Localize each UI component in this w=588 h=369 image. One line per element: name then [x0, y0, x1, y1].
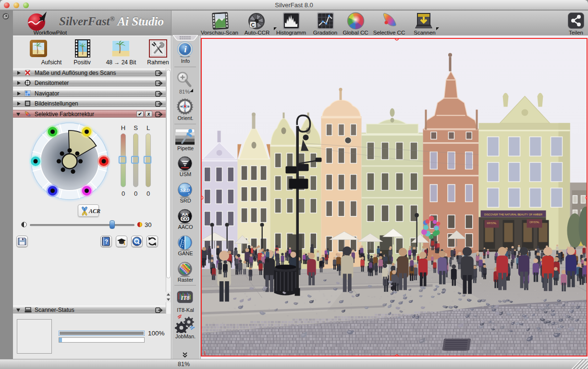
svg-text:IT8: IT8 [181, 295, 190, 301]
svg-text:CO: CO [182, 216, 188, 221]
svg-text:M: M [180, 105, 183, 108]
svg-text:?: ? [105, 238, 108, 245]
svg-text:SRD: SRD [180, 188, 189, 193]
svg-text:E: E [188, 105, 190, 108]
svg-text:C: C [251, 22, 255, 28]
svg-text:i: i [184, 44, 187, 54]
